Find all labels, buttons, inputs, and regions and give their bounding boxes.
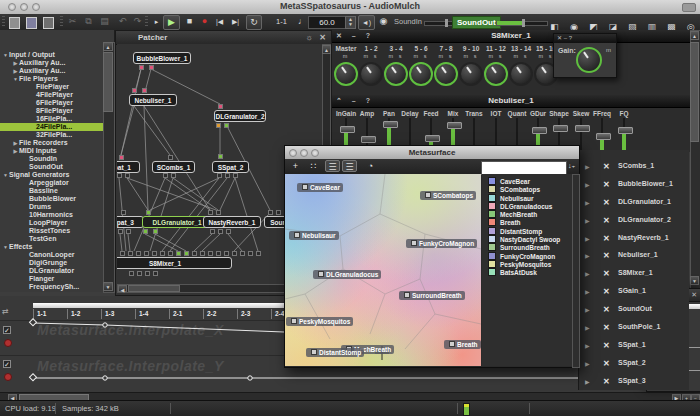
patch-port[interactable] (184, 251, 189, 256)
tree-item[interactable]: ▶File Recorders (0, 139, 104, 147)
timeline-tick[interactable]: 1-1 (33, 309, 67, 319)
tree-expand-icon[interactable]: ▶ (12, 147, 19, 155)
tempo-spinner[interactable]: ▲▼ (345, 16, 356, 29)
tree-expand-icon[interactable]: ▼ (2, 51, 9, 59)
preset-row[interactable]: PeskyMosquitos (482, 260, 572, 268)
paste-icon[interactable]: ▤ (98, 15, 111, 28)
preset-surface-label[interactable]: DLGranuladocus (313, 270, 381, 279)
tree-item[interactable]: ▼Input / Output (0, 51, 104, 59)
preset-surface-label[interactable]: SCombatops (420, 191, 476, 200)
detail-view-icon[interactable]: ☰ (342, 160, 357, 172)
contraption-row[interactable]: ▶ ✕ NastyReverb_1 (579, 230, 689, 248)
channel-knob[interactable] (484, 62, 508, 86)
patch-port[interactable] (224, 123, 229, 128)
patch-port[interactable] (256, 251, 261, 256)
rewind-button[interactable]: |◀ (213, 15, 226, 28)
param-slider-handle[interactable] (340, 126, 355, 133)
contraption-name[interactable]: SoundOut (618, 305, 652, 312)
timeline-tick[interactable]: 1-3 (101, 309, 135, 319)
save-document-icon[interactable] (43, 17, 54, 29)
tree-expand-icon[interactable]: ▼ (2, 171, 9, 179)
lane-y-record-icon[interactable] (4, 373, 12, 381)
speaker-button[interactable]: ◄) (358, 15, 375, 30)
patch-port[interactable] (232, 251, 237, 256)
patch-port[interactable] (163, 173, 168, 178)
patch-port[interactable] (160, 251, 165, 256)
gain-knob[interactable] (576, 47, 602, 73)
tree-item[interactable]: 6FilePlayer (0, 99, 104, 107)
lane-y-enable-checkbox[interactable]: ✓ (3, 360, 11, 368)
expand-icon[interactable]: ▶ (585, 163, 590, 170)
panel-header-buttons[interactable]: ⌃ – ? (336, 95, 374, 107)
contraption-row[interactable]: ▶ ✕ DLGranulator_2 (579, 212, 689, 230)
patch-port[interactable] (218, 154, 223, 159)
patch-port[interactable] (132, 88, 137, 93)
contraption-node[interactable]: DLGranulator_2 (214, 110, 266, 122)
patch-port[interactable] (149, 65, 154, 70)
expand-icon[interactable]: ▶ (585, 270, 590, 277)
preset-surface-label[interactable]: CaveBear (297, 183, 343, 192)
tree-item[interactable]: 4FilePlayer (0, 91, 104, 99)
contraption-row[interactable]: ▶ ✕ SCombs_1 (579, 158, 689, 176)
tree-item[interactable]: ▶MIDI Inputs (0, 147, 104, 155)
delete-icon[interactable]: ✕ (603, 180, 610, 189)
patch-port[interactable] (240, 251, 245, 256)
patch-port[interactable] (226, 229, 231, 234)
channel-knob[interactable] (459, 62, 483, 86)
patch-port[interactable] (118, 229, 123, 234)
contraption-row[interactable]: ▶ ✕ SSpat_2 (579, 355, 689, 373)
network-icon[interactable]: ◉ (377, 15, 390, 28)
patch-port[interactable] (208, 251, 213, 256)
contraption-node[interactable]: BubbleBlower_1 (133, 52, 191, 64)
panel-header-buttons[interactable]: ✕ – ? (336, 30, 374, 42)
cut-icon[interactable]: ✂ (66, 15, 79, 28)
tree-expand-icon[interactable]: ▶ (12, 139, 19, 147)
tree-expand-icon[interactable]: ▼ (12, 75, 19, 83)
scroll-left-icon[interactable]: ◀ (118, 285, 127, 292)
preset-row[interactable]: DistantStomp (482, 227, 572, 235)
param-slider-handle[interactable] (361, 136, 376, 143)
preset-surface-label[interactable]: SurroundBreath (399, 291, 465, 300)
patch-port[interactable] (210, 229, 215, 234)
contraption-node[interactable]: DLGranulator_1 (142, 216, 212, 228)
expand-icon[interactable]: ▶ (585, 378, 590, 385)
open-document-icon[interactable] (26, 17, 37, 29)
expand-icon[interactable]: ▶ (585, 235, 590, 242)
record-button[interactable]: ● (198, 15, 211, 28)
contraption-row[interactable]: ▶ ✕ Nebuliser_1 (579, 247, 689, 265)
undo-icon[interactable]: ↶ (116, 15, 129, 28)
patch-port[interactable] (216, 123, 221, 128)
preset-row[interactable]: Nebulisaur (482, 194, 572, 202)
sort-icon[interactable]: ↓₊ (564, 160, 579, 172)
expand-icon[interactable]: ▶ (585, 252, 590, 259)
channel-knob[interactable] (359, 62, 383, 86)
preset-row[interactable]: NastyDactyl Swoop (482, 235, 572, 243)
expand-icon[interactable]: ▶ (585, 342, 590, 349)
tree-item[interactable]: ▼Signal Generators (0, 171, 104, 179)
patch-port[interactable] (176, 251, 181, 256)
mute-solo-buttons[interactable]: m (334, 53, 358, 61)
preset-surface-label[interactable]: Breath (444, 340, 481, 349)
channel-knob[interactable] (384, 62, 408, 86)
channel-knob[interactable] (509, 62, 533, 86)
param-slider-track[interactable] (620, 118, 629, 152)
contraption-name[interactable]: SSpat_2 (618, 359, 646, 366)
tree-item[interactable]: SoundOut (0, 163, 104, 171)
swap-lanes-icon[interactable]: ⇄ (2, 307, 9, 316)
preset-search-input[interactable] (481, 161, 567, 175)
tree-item[interactable]: Drums (0, 203, 104, 211)
metasurface-titlebar[interactable]: Metasurface (285, 146, 579, 160)
patch-port[interactable] (218, 104, 223, 109)
tree-expand-icon[interactable]: ▶ (12, 67, 19, 75)
play-button[interactable]: ▶ (163, 15, 180, 30)
contraption-row[interactable]: ▶ ✕ SouthPole_1 (579, 319, 689, 337)
tree-item[interactable]: BubbleBlower (0, 195, 104, 203)
copy-icon[interactable]: ⧉ (82, 15, 95, 28)
dock-scroll-thumb[interactable] (690, 42, 699, 142)
contraption-name[interactable]: SSpat_1 (618, 341, 646, 348)
patch-port[interactable] (119, 155, 124, 160)
nebuliser-panel-header[interactable]: ⌃ – ? Nebuliser_1 (332, 95, 690, 108)
tree-item[interactable]: SoundIn (0, 155, 104, 163)
tree-expand-icon[interactable]: ▶ (12, 59, 19, 67)
patch-port[interactable] (120, 251, 125, 256)
